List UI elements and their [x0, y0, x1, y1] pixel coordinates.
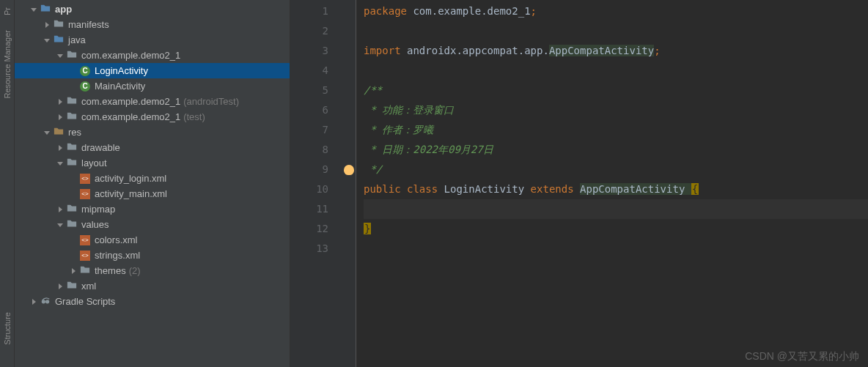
code-editor[interactable]: 12345678910111213 package com.example.de…	[290, 0, 868, 367]
line-number[interactable]: 1	[290, 1, 328, 21]
tree-label: xml	[81, 281, 96, 292]
folder-icon	[67, 141, 77, 154]
folder-icon	[67, 157, 77, 169]
tree-label: activity_main.xml	[95, 188, 167, 199]
tree-item-drawable[interactable]: drawable	[15, 140, 290, 155]
tree-label: themes	[95, 265, 126, 276]
gutter-cell	[342, 239, 356, 259]
line-number[interactable]: 3	[290, 41, 328, 61]
chevron-right-icon[interactable]	[56, 97, 65, 106]
project-tree[interactable]: appmanifestsjavacom.example.demo2_1CLogi…	[15, 0, 290, 367]
chevron-down-icon[interactable]	[56, 220, 65, 229]
xml-file-icon: <>	[80, 189, 90, 199]
gutter-cell	[342, 21, 356, 41]
code-line[interactable]: }	[364, 219, 868, 239]
code-line[interactable]: /**	[364, 81, 868, 100]
line-number[interactable]: 7	[290, 120, 328, 140]
gutter-cell	[342, 61, 356, 81]
tree-item-gradle-scripts[interactable]: Gradle Scripts	[15, 294, 290, 309]
tree-item-com-example-demo2-1[interactable]: com.example.demo2_1(androidTest)	[15, 94, 290, 109]
chevron-down-icon[interactable]	[56, 159, 65, 168]
code-line[interactable]: */	[364, 160, 868, 179]
svg-point-1	[45, 300, 49, 303]
code-line[interactable]	[364, 199, 868, 219]
tree-item-themes[interactable]: themes(2)	[15, 263, 290, 278]
chevron-none-icon	[69, 82, 78, 91]
chevron-down-icon[interactable]	[56, 51, 65, 60]
line-number[interactable]: 5	[290, 81, 328, 100]
chevron-down-icon[interactable]	[29, 5, 38, 14]
tree-item-values[interactable]: values	[15, 217, 290, 232]
chevron-right-icon[interactable]	[69, 267, 78, 275]
left-rail: Pr Resource Manager Structure	[0, 0, 15, 367]
code-line[interactable]: package com.example.demo2_1;	[364, 1, 868, 21]
class-icon: C	[80, 66, 90, 76]
gutter-cell	[342, 81, 356, 100]
chevron-none-icon	[69, 190, 78, 199]
tree-item-strings-xml[interactable]: <>strings.xml	[15, 248, 290, 263]
tree-label: manifests	[68, 19, 109, 30]
tree-item-activity-main-xml[interactable]: <>activity_main.xml	[15, 186, 290, 201]
tree-item-layout[interactable]: layout	[15, 155, 290, 171]
chevron-right-icon[interactable]	[43, 21, 51, 29]
tree-item-manifests[interactable]: manifests	[15, 17, 290, 32]
code-line[interactable]: * 作者：罗曦	[364, 120, 868, 140]
line-number[interactable]: 8	[290, 140, 328, 160]
package-icon	[67, 95, 77, 108]
tree-item-app[interactable]: app	[15, 1, 290, 17]
tree-item-com-example-demo2-1[interactable]: com.example.demo2_1	[15, 48, 290, 63]
line-number[interactable]: 4	[290, 61, 328, 81]
code-line[interactable]	[364, 239, 868, 259]
chevron-right-icon[interactable]	[56, 144, 65, 152]
line-number[interactable]: 10	[290, 179, 328, 199]
code-area[interactable]: package com.example.demo2_1; import andr…	[356, 0, 868, 367]
tree-item-mainactivity[interactable]: CMainActivity	[15, 78, 290, 94]
tree-item-loginactivity[interactable]: CLoginActivity	[15, 63, 290, 78]
gutter-cell	[342, 160, 356, 179]
chevron-right-icon[interactable]	[56, 113, 65, 122]
gutter-cell	[342, 41, 356, 61]
gutter-cell	[342, 1, 356, 21]
tree-label: colors.xml	[95, 234, 138, 245]
chevron-down-icon[interactable]	[43, 128, 51, 137]
tree-label: res	[68, 127, 81, 138]
code-line[interactable]	[364, 61, 868, 81]
line-number[interactable]: 2	[290, 21, 328, 41]
chevron-down-icon[interactable]	[43, 36, 51, 45]
tree-label: com.example.demo2_1	[81, 50, 180, 61]
code-line[interactable]: import androidx.appcompat.app.AppCompatA…	[364, 41, 868, 61]
code-line[interactable]: * 功能：登录窗口	[364, 100, 868, 120]
tree-suffix: (test)	[183, 111, 205, 122]
chevron-right-icon[interactable]	[56, 282, 65, 291]
chevron-none-icon	[69, 67, 78, 75]
gradle-icon	[40, 295, 51, 308]
line-number[interactable]: 6	[290, 100, 328, 120]
folder-icon	[54, 18, 64, 31]
line-number[interactable]: 12	[290, 219, 328, 239]
code-line[interactable]: * 日期：2022年09月27日	[364, 140, 868, 160]
rail-structure-tab[interactable]: Structure	[1, 305, 13, 352]
tree-item-mipmap[interactable]: mipmap	[15, 201, 290, 217]
line-number[interactable]: 9	[290, 160, 328, 179]
intention-bulb-icon[interactable]	[344, 165, 354, 175]
tree-item-res[interactable]: res	[15, 125, 290, 140]
tree-item-com-example-demo2-1[interactable]: com.example.demo2_1(test)	[15, 109, 290, 125]
tree-item-colors-xml[interactable]: <>colors.xml	[15, 232, 290, 248]
chevron-right-icon[interactable]	[56, 205, 65, 214]
line-number[interactable]: 13	[290, 239, 328, 259]
line-number[interactable]: 11	[290, 199, 328, 219]
code-line[interactable]: public class LoginActivity extends AppCo…	[364, 179, 868, 199]
rail-resource-manager-tab[interactable]: Resource Manager	[1, 23, 13, 106]
code-line[interactable]	[364, 21, 868, 41]
tree-item-xml[interactable]: xml	[15, 278, 290, 294]
tree-item-java[interactable]: java	[15, 32, 290, 48]
tree-suffix: (androidTest)	[183, 96, 239, 107]
tree-label: drawable	[81, 142, 120, 153]
gutter-icons	[342, 0, 356, 367]
rail-project-tab[interactable]: Pr	[1, 0, 13, 23]
tree-label: app	[55, 4, 72, 15]
tree-item-activity-login-xml[interactable]: <>activity_login.xml	[15, 171, 290, 186]
chevron-right-icon[interactable]	[29, 297, 38, 306]
gutter-cell	[342, 199, 356, 219]
resource-folder-icon	[54, 126, 64, 138]
